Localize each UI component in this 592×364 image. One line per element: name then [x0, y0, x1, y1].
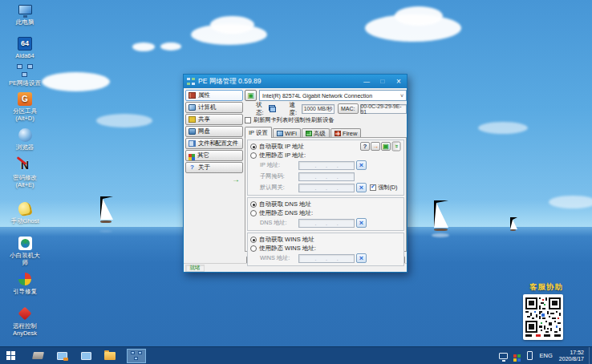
taskbar-icon-pe-network[interactable]: [127, 349, 146, 363]
icon-label: Aida64: [2, 52, 48, 59]
chevron-down-icon: ˅: [400, 93, 403, 99]
desktop-icon-browser[interactable]: 浏览器: [2, 127, 48, 151]
desktop-icon-password-reset[interactable]: N 密码修改 (Alt+E): [2, 157, 48, 188]
auto-dns-label: 自动获取 DNS 地址: [259, 200, 311, 208]
desktop-icon-boot-repair[interactable]: 引导修复: [2, 271, 48, 295]
tray-color-profile-icon[interactable]: [513, 354, 521, 358]
cloud: [549, 196, 592, 208]
taskbar-icon-computer[interactable]: [79, 349, 93, 363]
tab-label: WiFi: [285, 130, 297, 137]
collapse-arrow-icon[interactable]: →: [185, 175, 243, 184]
sidebar-label: 网盘: [198, 127, 210, 135]
apply-quick-button[interactable]: →: [371, 142, 380, 151]
dns-address-label: DNS 地址:: [260, 219, 298, 227]
help-button[interactable]: ?: [360, 142, 370, 151]
auto-wins-radio[interactable]: [250, 237, 257, 243]
mac-button[interactable]: MAC:: [338, 103, 359, 114]
status-text: 就绪: [185, 265, 205, 272]
clear-dns-icon[interactable]: ×: [356, 218, 367, 228]
share-icon: [189, 116, 196, 123]
static-wins-label: 使用静态 WINS 地址:: [259, 245, 316, 253]
icon-label: 小白装机大: [2, 252, 48, 259]
sidebar-label: 属性: [198, 91, 210, 99]
dns-group: 自动获取 DNS 地址 使用静态 DNS 地址: DNS 地址: . . . ×: [247, 197, 404, 231]
pc-repair-icon: [57, 352, 67, 360]
sidebar: 属性 计算机 共享 网盘 文件和配置文件 其它: [185, 90, 243, 184]
icon-label: 远程控制: [2, 322, 48, 330]
static-dns-radio[interactable]: [250, 210, 257, 216]
clock[interactable]: 17:52 2020/8/17: [559, 350, 584, 362]
tray-input-icon[interactable]: [527, 351, 533, 360]
wins-address-field[interactable]: . . .: [298, 254, 355, 263]
qr-code: [523, 294, 563, 340]
ip-address-field[interactable]: . . .: [298, 161, 355, 170]
firewall-icon: [335, 131, 341, 136]
adapter-dropdown[interactable]: Intel(R) 82574L Gigabit Network Connecti…: [259, 90, 407, 101]
qr-image: [525, 297, 561, 338]
desktop-icon-xiaobai-installer[interactable]: 小白装机大 师: [2, 235, 48, 266]
sailboat: [100, 196, 113, 223]
export-button[interactable]: ▣: [381, 142, 391, 151]
icon-label: 引导修复: [2, 288, 48, 295]
profiles-icon: [189, 140, 196, 147]
auto-ip-radio[interactable]: [250, 144, 257, 150]
sidebar-item-profiles[interactable]: 文件和配置文件: [185, 138, 243, 149]
network-app-icon: [131, 351, 142, 360]
desktop-icon-pe-network-settings[interactable]: PE网络设置: [2, 63, 48, 87]
gateway-field[interactable]: . . .: [298, 184, 355, 192]
wifi-icon: [277, 131, 283, 136]
start-button[interactable]: [0, 347, 21, 364]
desktop-icon-anydesk[interactable]: 远程控制 AnyDesk: [2, 305, 48, 337]
window-title: PE 网络管理 0.59.89: [198, 77, 261, 87]
gateway-label: 默认网关:: [260, 184, 298, 192]
maximize-button[interactable]: □: [375, 75, 391, 88]
desktop-icon-aida64[interactable]: 64 Aida64: [2, 35, 48, 59]
sidebar-item-about[interactable]: ? 关于: [185, 162, 243, 173]
sidebar-item-other[interactable]: 其它: [185, 150, 243, 161]
tab-ip-settings[interactable]: IP 设置: [245, 127, 272, 138]
gateway-mandatory-checkbox[interactable]: [370, 184, 376, 191]
sidebar-label: 关于: [198, 164, 210, 172]
sidebar-item-share[interactable]: 共享: [185, 114, 243, 125]
force-refresh-checkbox[interactable]: [245, 117, 251, 123]
sidebar-item-computer[interactable]: 计算机: [185, 102, 243, 113]
title-bar[interactable]: PE 网络管理 0.59.89 — □ ×: [184, 75, 407, 88]
clear-wins-icon[interactable]: ×: [356, 253, 367, 263]
tray-display-icon[interactable]: [499, 353, 508, 359]
clear-ip-icon[interactable]: ×: [356, 160, 367, 170]
auto-dns-radio[interactable]: [250, 201, 257, 208]
wins-group: 自动获取 WINS 地址 使用静态 WINS 地址: WINS 地址: . . …: [247, 233, 404, 266]
sidebar-item-properties[interactable]: 属性: [185, 90, 243, 101]
desktop-icon-this-pc[interactable]: 此电脑: [2, 2, 48, 26]
cloud: [395, 6, 443, 26]
desktop-icon-partition-tool[interactable]: G 分区工具 (Alt+D): [2, 91, 48, 122]
language-indicator[interactable]: ENG: [540, 352, 553, 359]
network-drive-icon: [189, 128, 196, 135]
aida64-icon: 64: [18, 37, 32, 51]
boat-reflection: [432, 233, 449, 237]
expand-button[interactable]: »: [392, 142, 401, 152]
taskbar-icon-pc-repair[interactable]: [55, 349, 69, 363]
icon-label: 浏览器: [2, 144, 48, 151]
clear-gateway-icon[interactable]: ×: [356, 183, 367, 192]
taskbar-icon-disk-tool[interactable]: [30, 349, 45, 363]
static-ip-radio[interactable]: [250, 152, 257, 159]
close-button[interactable]: ×: [391, 75, 407, 88]
disk-tool-icon: [32, 352, 44, 359]
cloud: [132, 42, 155, 51]
taskbar-icon-explorer[interactable]: [103, 349, 117, 363]
subnet-mask-field[interactable]: . . .: [298, 172, 355, 181]
static-wins-radio[interactable]: [250, 245, 257, 252]
icon-label: 分区工具: [2, 107, 48, 115]
gateway-mandatory-label: 强制(D): [378, 184, 397, 192]
desktop-icon-manual-ghost[interactable]: 手动Ghost: [2, 200, 48, 224]
sidebar-item-network-drive[interactable]: 网盘: [185, 126, 243, 137]
adapter-refresh-button[interactable]: ▣: [245, 90, 257, 101]
mac-value: 00-0C-29-29-9E-91: [360, 104, 407, 114]
show-desktop-button[interactable]: [589, 347, 592, 364]
dns-address-field[interactable]: . . .: [298, 219, 355, 228]
icon-label: PE网络设置: [2, 79, 48, 87]
ghost-icon: [17, 200, 32, 216]
icon-label2: 师: [2, 259, 48, 266]
minimize-button[interactable]: —: [359, 75, 375, 88]
